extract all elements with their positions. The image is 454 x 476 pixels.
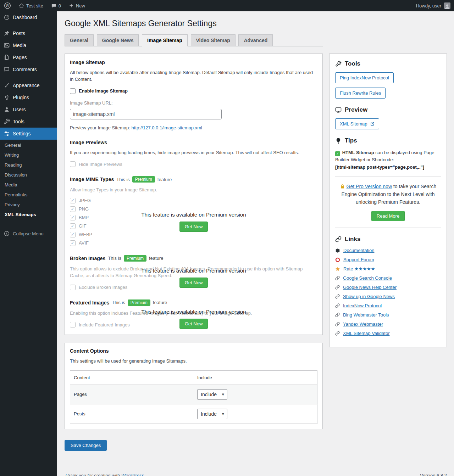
tab-google-news[interactable]: Google News (97, 34, 139, 46)
tips-bold-lead: HTML Sitemap (342, 150, 374, 155)
pages-include-select[interactable]: Include (197, 389, 227, 400)
flush-rewrite-row: Flush Rewrite Rules (335, 88, 441, 99)
featured-images-heading-row: Featured Images This is Premium feature (70, 299, 317, 306)
sidebar-item-posts[interactable]: Posts (0, 27, 57, 39)
submenu-item-xml-sitemaps[interactable]: XML Sitemaps (0, 210, 57, 220)
collapse-menu-label: Collapse Menu (13, 231, 44, 236)
package-icon (335, 248, 340, 253)
monitor-icon (335, 107, 342, 113)
sidebar-item-plugins[interactable]: Plugins (0, 91, 57, 103)
site-name-label: Test site (26, 3, 43, 9)
premium-badge: Premium (128, 299, 150, 306)
yandex-webmaster-link[interactable]: Yandex Webmaster (343, 321, 383, 327)
sidebar-item-label: Pages (13, 55, 27, 60)
link-row-show-up-google-news: Show up in Google News (335, 294, 441, 299)
site-name-menu[interactable]: Test site (15, 0, 47, 11)
premium-note-prefix: This is (108, 256, 121, 261)
footer-version: Version 6.8.2 (420, 473, 447, 476)
enable-image-sitemap-checkbox[interactable] (70, 88, 76, 94)
sidebar-item-appearance[interactable]: Appearance (0, 79, 57, 91)
indexnow-protocol-link[interactable]: IndexNow Protocol (343, 303, 382, 308)
wordpress-logo-menu[interactable]: W (0, 0, 15, 11)
google-search-console-link[interactable]: Google Search Console (343, 275, 392, 281)
get-pro-version-link[interactable]: Get Pro Version now (347, 184, 392, 189)
submenu-item-general[interactable]: General (0, 140, 57, 150)
image-previews-heading: Image Previews (70, 140, 317, 145)
plug-icon (3, 94, 10, 101)
sidebar-item-pages[interactable]: Pages (0, 51, 57, 63)
new-content-menu[interactable]: New (65, 0, 89, 11)
flush-rewrite-rules-button[interactable]: Flush Rewrite Rules (335, 88, 386, 99)
lifebuoy-icon (335, 257, 340, 262)
link-icon (335, 331, 340, 336)
table-row-posts: Posts Include (70, 404, 317, 424)
image-sitemap-url-input[interactable] (70, 109, 222, 119)
hide-image-previews-checkbox[interactable] (70, 161, 76, 167)
premium-overlay: This feature is available on Premium ver… (70, 310, 317, 328)
submenu-item-discussion[interactable]: Discussion (0, 170, 57, 180)
brush-icon (3, 82, 10, 89)
mime-types-premium-box: JPEG PNG BMP GIF (70, 198, 317, 246)
footer: Thank you for creating with WordPress. V… (65, 473, 447, 476)
wordpress-link[interactable]: WordPress (121, 473, 144, 476)
svg-text:W: W (6, 4, 10, 8)
ping-indexnow-button[interactable]: Ping IndexNow Protocol (335, 72, 394, 83)
my-account-menu[interactable]: Howdy, user (416, 0, 454, 11)
collapse-arrow-icon (3, 230, 10, 237)
submenu-item-permalinks[interactable]: Permalinks (0, 190, 57, 200)
sidebar-item-label: Comments (13, 67, 37, 72)
sidebar-item-users[interactable]: Users (0, 103, 57, 116)
premium-note-suffix: feature (157, 177, 172, 182)
preview-sitemap-link[interactable]: http://127.0.0.1/image-sitemap.xml (131, 125, 202, 130)
settings-submenu: General Writing Reading Discussion Media… (0, 140, 57, 223)
hide-image-previews-row: Hide Image Previews (70, 161, 317, 167)
table-row-pages: Pages Include (70, 385, 317, 404)
link-row-google-news-help: Google News Help Center (335, 285, 441, 290)
save-changes-button[interactable]: Save Changes (65, 440, 107, 451)
premium-overlay: This feature is available on Premium ver… (70, 265, 317, 290)
submenu-item-media[interactable]: Media (0, 180, 57, 190)
read-more-row: Read More (335, 211, 441, 221)
xml-sitemap-preview-button[interactable]: XML Sitemap (335, 118, 379, 129)
tab-image-sitemap[interactable]: Image Sitemap (142, 34, 188, 46)
xml-sitemap-validator-link[interactable]: XML Sitemap Validator (343, 331, 390, 336)
image-sitemap-panel: Image Sitemap All below options will be … (65, 54, 323, 335)
content-options-panel: Content Options This settings will be us… (65, 343, 323, 429)
side-column: Tools Ping IndexNow Protocol Flush Rewri… (329, 54, 447, 347)
rate-link[interactable]: Rate ★★★★★ (343, 266, 375, 271)
preview-heading-row: Preview (335, 106, 441, 113)
tab-video-sitemap[interactable]: Video Sitemap (191, 34, 236, 46)
broken-images-heading: Broken Images (70, 256, 105, 261)
sidebar-item-label: Tools (13, 119, 24, 124)
link-row-rate: Rate ★★★★★ (335, 266, 441, 271)
bing-webmaster-link[interactable]: Bing Webmaster Tools (343, 312, 389, 318)
sidebar-item-comments[interactable]: Comments (0, 63, 57, 75)
sidebar-item-media[interactable]: Media (0, 39, 57, 51)
tab-advanced[interactable]: Advanced (238, 34, 273, 46)
comments-menu[interactable]: 0 (47, 0, 65, 11)
read-more-button[interactable]: Read More (371, 211, 405, 221)
show-up-google-news-link[interactable]: Show up in Google News (343, 294, 395, 299)
get-now-button[interactable]: Get Now (179, 222, 208, 232)
documentation-link[interactable]: Documentation (343, 248, 374, 253)
get-now-button[interactable]: Get Now (179, 319, 208, 329)
tab-general[interactable]: General (65, 34, 94, 46)
footer-thanks: Thank you for creating with WordPress. (65, 473, 145, 476)
submenu-item-reading[interactable]: Reading (0, 160, 57, 170)
submenu-item-privacy[interactable]: Privacy (0, 200, 57, 210)
support-forum-link[interactable]: Support Forum (343, 257, 374, 262)
xml-sitemap-button-label: XML Sitemap (340, 121, 367, 127)
submenu-item-writing[interactable]: Writing (0, 150, 57, 160)
sidebar-item-settings[interactable]: Settings (0, 128, 57, 140)
preview-heading: Preview (345, 106, 367, 113)
footer-period: . (144, 473, 145, 476)
image-previews-section: Image Previews If you are experiencing l… (70, 140, 317, 167)
get-now-button[interactable]: Get Now (179, 278, 208, 288)
sidebar-item-tools[interactable]: Tools (0, 116, 57, 128)
posts-include-select[interactable]: Include (197, 409, 227, 419)
sidebar-item-dashboard[interactable]: Dashboard (0, 11, 57, 23)
collapse-menu-button[interactable]: Collapse Menu (0, 227, 57, 240)
tips-heading: Tips (345, 137, 357, 144)
google-news-help-link[interactable]: Google News Help Center (343, 285, 397, 290)
sidebar-item-label: Media (13, 43, 26, 48)
